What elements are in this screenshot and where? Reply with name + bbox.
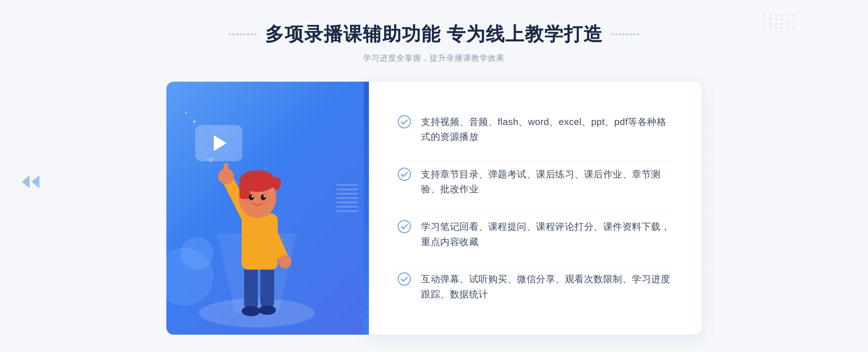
feature-text-1: 支持视频、音频、flash、word、excel、ppt、pdf等各种格式的资源… <box>421 115 673 145</box>
svg-rect-2 <box>244 266 258 309</box>
svg-point-4 <box>242 306 260 316</box>
feature-item-4: 互动弹幕、试听购买、微信分享、观看次数限制、学习进度跟踪、数据统计 <box>398 265 673 308</box>
deco-dots-top-right <box>764 14 796 29</box>
svg-point-19 <box>264 196 265 197</box>
svg-point-22 <box>398 116 410 128</box>
svg-rect-3 <box>260 266 274 308</box>
page-title: 多项录播课辅助功能 专为线上教学打造 <box>265 22 603 47</box>
content-area: 支持视频、音频、flash、word、excel、ppt、pdf等各种格式的资源… <box>166 82 702 335</box>
svg-point-5 <box>259 305 276 315</box>
illustration-card <box>166 82 369 335</box>
page-subtitle: 学习进度全掌握，提升录播课教学效果 <box>229 53 639 64</box>
check-circle-icon-3 <box>398 220 411 233</box>
svg-point-21 <box>264 199 271 204</box>
accent-bar <box>364 82 369 335</box>
svg-point-23 <box>398 168 410 180</box>
check-circle-icon-2 <box>398 168 411 181</box>
page-container: 多项录播课辅助功能 专为线上教学打造 学习进度全掌握，提升录播课教学效果 <box>0 0 868 352</box>
svg-point-20 <box>243 199 251 204</box>
check-circle-icon-1 <box>398 115 411 128</box>
svg-point-16 <box>249 194 254 200</box>
svg-point-25 <box>398 273 410 285</box>
svg-rect-9 <box>224 163 229 177</box>
title-dots-left <box>229 33 256 35</box>
feature-text-4: 互动弹幕、试听购买、微信分享、观看次数限制、学习进度跟踪、数据统计 <box>421 272 673 302</box>
person-illustration <box>188 125 326 335</box>
features-panel: 支持视频、音频、flash、word、excel、ppt、pdf等各种格式的资源… <box>369 82 702 335</box>
feature-item-1: 支持视频、音频、flash、word、excel、ppt、pdf等各种格式的资源… <box>398 108 673 151</box>
feature-text-3: 学习笔记回看、课程提问、课程评论打分、课件资料下载，重点内容收藏 <box>421 219 673 249</box>
title-row: 多项录播课辅助功能 专为线上教学打造 <box>229 22 639 47</box>
header-section: 多项录播课辅助功能 专为线上教学打造 学习进度全掌握，提升录播课教学效果 <box>229 22 639 64</box>
svg-point-18 <box>252 196 254 197</box>
feature-item-2: 支持章节目录、弹题考试、课后练习、课后作业、章节测验、批改作业 <box>398 160 673 203</box>
svg-point-24 <box>398 220 410 233</box>
svg-point-17 <box>261 194 266 200</box>
stripes-decoration <box>336 183 358 212</box>
chevron-icon <box>31 175 39 188</box>
svg-rect-15 <box>239 181 250 199</box>
check-circle-icon-4 <box>398 272 411 286</box>
svg-point-11 <box>278 255 292 268</box>
feature-text-2: 支持章节目录、弹题考试、课后练习、课后作业、章节测验、批改作业 <box>421 167 673 197</box>
title-dots-right <box>612 33 639 35</box>
left-chevron-decoration <box>22 175 39 188</box>
feature-item-3: 学习笔记回看、课程提问、课程评论打分、课件资料下载，重点内容收藏 <box>398 213 673 256</box>
chevron-icon <box>22 175 30 188</box>
